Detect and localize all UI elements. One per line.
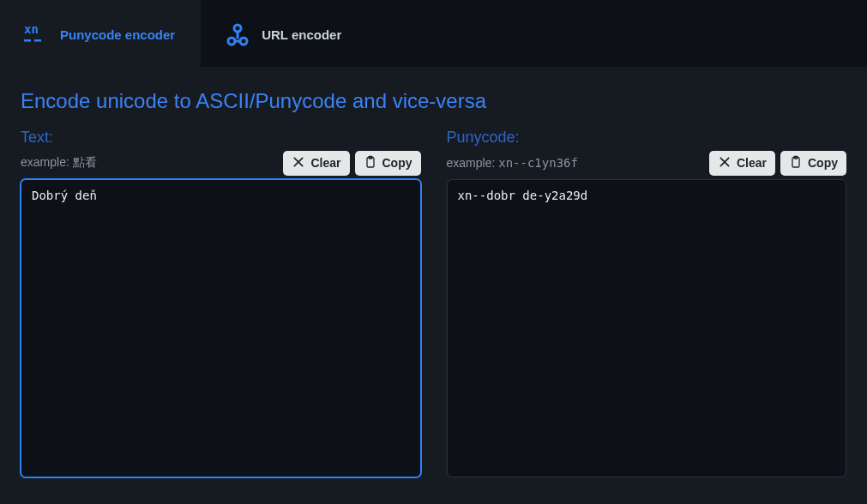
example-value: 點看 — [73, 155, 97, 169]
button-label: Copy — [382, 156, 412, 170]
text-input[interactable] — [21, 179, 421, 477]
page-title: Encode unicode to ASCII/Punycode and vic… — [21, 89, 846, 113]
example-value: xn--c1yn36f — [498, 156, 578, 170]
tab-url-encoder[interactable]: URL encoder — [202, 0, 368, 67]
text-heading: Text: — [21, 129, 421, 147]
panes: Text: example: 點看 Clear — [21, 129, 846, 480]
tab-punycode-encoder[interactable]: xn Punycode encoder — [0, 0, 202, 67]
punycode-heading: Punycode: — [447, 129, 847, 147]
punycode-example: example: xn--c1yn36f — [447, 156, 578, 170]
text-pane: Text: example: 點看 Clear — [21, 129, 421, 480]
page-body: Encode unicode to ASCII/Punycode and vic… — [0, 67, 867, 504]
text-copy-button[interactable]: Copy — [355, 151, 421, 176]
text-example: example: 點看 — [21, 155, 97, 171]
svg-text:xn: xn — [24, 22, 39, 36]
punycode-copy-button[interactable]: Copy — [780, 151, 846, 176]
tab-bar: xn Punycode encoder URL encoder — [0, 0, 867, 67]
button-label: Copy — [808, 156, 838, 170]
example-prefix: example: — [447, 156, 499, 170]
percent-encode-icon — [226, 22, 250, 46]
clipboard-icon — [364, 155, 377, 171]
punycode-xn-icon: xn — [24, 22, 48, 46]
close-icon — [718, 155, 732, 171]
tab-label: URL encoder — [262, 27, 341, 42]
tab-label: Punycode encoder — [60, 27, 175, 42]
svg-rect-2 — [34, 39, 41, 42]
close-icon — [292, 155, 305, 171]
punycode-input[interactable] — [447, 179, 847, 477]
text-clear-button[interactable]: Clear — [283, 151, 349, 176]
button-label: Clear — [310, 156, 340, 170]
example-prefix: example: — [21, 155, 73, 169]
svg-rect-1 — [24, 39, 31, 42]
punycode-pane: Punycode: example: xn--c1yn36f Clear — [447, 129, 847, 480]
button-label: Clear — [737, 156, 767, 170]
punycode-clear-button[interactable]: Clear — [709, 151, 775, 176]
clipboard-icon — [789, 155, 803, 171]
